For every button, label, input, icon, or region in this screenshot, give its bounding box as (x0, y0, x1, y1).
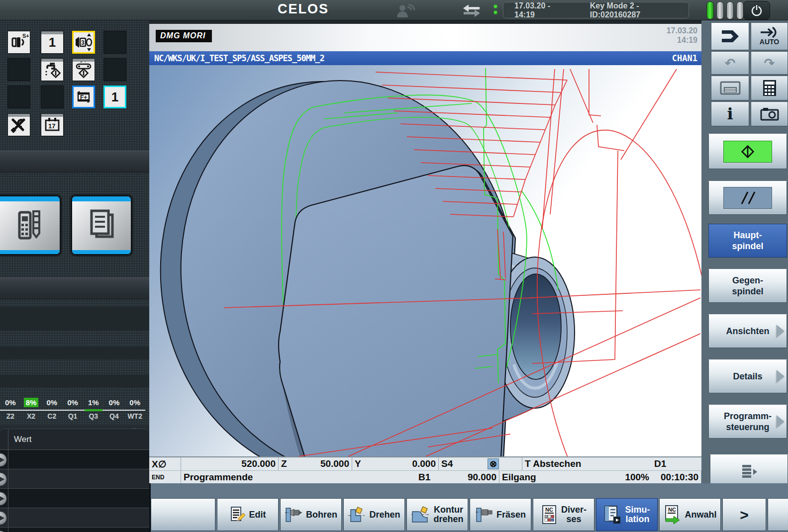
softkey-programmsteuerung[interactable]: Programm- steuerung (708, 405, 787, 439)
user-notification-icon[interactable] (395, 3, 416, 17)
nc-status-bar: X∅ 520.000 Z 50.000 Y 0.000 S4 ⊗ T Abste… (149, 456, 701, 484)
axis-col-q4: 0% (104, 398, 125, 407)
axis-load-values: 0% 8% 0% 0% 1% 0% 0% (0, 398, 145, 407)
wert-table-row[interactable] (0, 528, 149, 532)
softkey-empty[interactable] (151, 498, 215, 531)
cycle-start-button[interactable] (708, 134, 787, 169)
simulation-viewport[interactable] (149, 65, 701, 456)
chip-conveyor-button[interactable] (72, 58, 95, 81)
softkey-details[interactable]: Details (708, 359, 787, 393)
nc-select-icon: NC (663, 505, 681, 525)
chuck-clamp-icon: S+ (9, 32, 29, 52)
nc-diverses-icon: NC (541, 505, 558, 525)
contour-turning-icon (411, 506, 430, 524)
key-mode-box[interactable]: 17.03.20 - 14:19 Key Mode 2 - ID:0201602… (503, 2, 689, 18)
jog-mode-icon (720, 28, 741, 44)
softkey-more[interactable]: > (722, 498, 766, 531)
svg-text:NC: NC (668, 507, 676, 513)
feed-override-button[interactable]: F+ (72, 86, 95, 108)
milling-icon (475, 506, 493, 524)
softkey-gegenspindel[interactable]: Gegen- spindel (708, 269, 787, 303)
swap-arrows-icon[interactable] (462, 3, 482, 17)
wert-table-header: Wert (0, 429, 149, 450)
tile-strip (41, 59, 63, 62)
virtual-keyboard-button[interactable] (711, 76, 749, 100)
counter-button[interactable]: 1 (103, 86, 126, 108)
softkey-hauptspindel[interactable]: Haupt- spindel (708, 224, 787, 258)
tool-list-app-tile[interactable] (0, 195, 61, 255)
auto-mode-button[interactable]: AUTO (751, 22, 788, 50)
softkey-ansichten[interactable]: Ansichten (708, 314, 787, 348)
softkey-label: spindel (732, 286, 763, 297)
softkey-empty[interactable] (768, 498, 788, 531)
info-button[interactable]: i (711, 101, 749, 126)
spindle-state-cell: ⊗ (465, 457, 522, 470)
coolant-button[interactable] (41, 58, 64, 81)
svg-text:NC: NC (545, 507, 553, 513)
softkey-fraesen[interactable]: Fräsen (470, 498, 531, 531)
tile-strip (73, 59, 95, 62)
empty-slot-button[interactable] (41, 86, 64, 108)
keyboard-icon (720, 81, 741, 95)
panel-divider (0, 151, 149, 173)
load-chart-stripe (0, 374, 149, 387)
axis-col-x2: 8% (21, 398, 42, 407)
dmg-mori-logo: DMG MORI (156, 30, 212, 42)
empty-slot-button[interactable] (7, 58, 30, 81)
softkey-label: Ansichten (726, 326, 769, 337)
service-tools-button[interactable] (7, 113, 30, 136)
camera-icon (760, 107, 779, 121)
block-skip-button[interactable] (708, 181, 787, 215)
calendar-button[interactable]: 17 (41, 113, 64, 136)
wert-table-row[interactable] (0, 450, 149, 469)
wert-table-row[interactable] (0, 469, 149, 489)
softkey-label: Details (733, 371, 762, 382)
simulation-icon (603, 505, 621, 525)
softkey-label: Edit (249, 510, 266, 520)
axis-load-labels: Z2 X2 C2 Q1 Q3 Q4 WT2 (0, 412, 145, 421)
calculator-button[interactable] (751, 76, 788, 100)
more-arrow-label: > (740, 510, 749, 520)
spindle-override-button[interactable]: 3 (72, 31, 95, 54)
softkey-bohren[interactable]: Bohren (280, 498, 342, 531)
auto-mode-label: AUTO (760, 38, 779, 46)
softkey-diverses[interactable]: NC Diver-ses (533, 498, 594, 531)
channel-label: CHAN1 (672, 53, 697, 63)
app-title: CELOS (278, 1, 337, 17)
chuck-clamp-button[interactable]: S+ (7, 31, 30, 54)
tool-name: T Abstechen (522, 458, 652, 469)
tool-number-button[interactable]: 1 (41, 31, 64, 54)
wert-table-row[interactable] (0, 508, 149, 528)
tile-strip (41, 114, 63, 117)
axis-col-wt2: 0% (124, 398, 145, 407)
softkey-drehen[interactable]: Drehen (343, 498, 405, 531)
auto-mode-icon (760, 27, 780, 38)
axis-label: C2 (47, 412, 56, 420)
right-softkey-bar: AUTO ↶ ↷ i (701, 20, 788, 483)
axis-label: WT2 (127, 412, 142, 420)
simulation-canvas[interactable] (149, 65, 701, 456)
softkey-anwahl[interactable]: NC Anwahl (659, 498, 721, 531)
row-marker-icon (0, 472, 7, 486)
softkey-kontur-drehen[interactable]: Konturdrehen (406, 498, 468, 531)
softkey-simulation[interactable]: Simu-lation (596, 498, 658, 531)
screenshot-button[interactable] (751, 101, 788, 126)
redo-button[interactable]: ↷ (751, 51, 788, 75)
svg-text:S+: S+ (22, 33, 29, 39)
panel-divider (0, 277, 149, 299)
empty-slot-button[interactable] (103, 58, 126, 81)
spindle-label: S4 (439, 458, 465, 469)
documents-app-tile[interactable] (71, 195, 132, 255)
empty-slot-button[interactable] (7, 86, 30, 108)
empty-slot-button[interactable] (103, 31, 126, 54)
softkey-label: Bohren (306, 510, 337, 520)
power-button[interactable] (743, 1, 770, 20)
cycle-start-icon (723, 141, 772, 163)
header-date: 17.03.20 (667, 26, 697, 35)
documents-icon (86, 208, 117, 243)
wert-table-row[interactable] (0, 489, 149, 508)
undo-button[interactable]: ↶ (711, 51, 749, 75)
redo-icon: ↷ (764, 56, 775, 71)
softkey-edit[interactable]: Edit (217, 498, 279, 531)
jog-mode-button[interactable] (711, 22, 749, 50)
